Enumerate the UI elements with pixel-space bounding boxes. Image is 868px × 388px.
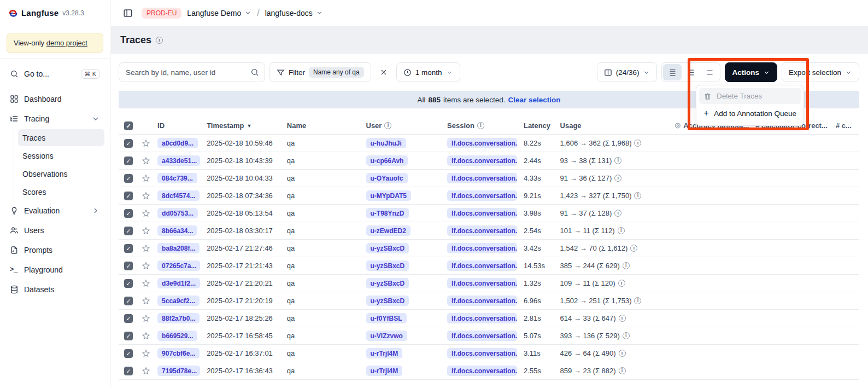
row-checkbox[interactable]: ✓ [124, 297, 133, 305]
row-checkbox[interactable]: ✓ [124, 332, 133, 340]
search-icon[interactable] [250, 68, 259, 77]
star-icon[interactable] [142, 279, 150, 288]
row-checkbox[interactable]: ✓ [124, 314, 133, 323]
user-id-badge[interactable]: u-VIZzvwo [366, 331, 407, 341]
user-id-badge[interactable]: u-MYpDAT5 [366, 190, 411, 201]
trace-id-badge[interactable]: 5cca9cf2... [157, 296, 200, 306]
header-session[interactable]: Sessioni [444, 121, 520, 130]
star-icon[interactable] [142, 192, 150, 200]
clear-selection-link[interactable]: Clear selection [508, 96, 560, 104]
star-icon[interactable] [142, 262, 150, 270]
star-icon[interactable] [142, 297, 150, 305]
header-timestamp[interactable]: Timestamp▼ [203, 121, 284, 130]
user-id-badge[interactable]: u-zEwdED2 [366, 225, 410, 236]
header-id[interactable]: ID [154, 121, 203, 130]
user-id-badge[interactable]: u-rTrjl4M [366, 348, 403, 358]
trace-id-badge[interactable]: 084c739... [157, 173, 197, 183]
star-icon[interactable] [142, 139, 150, 148]
session-id-badge[interactable]: lf.docs.conversation... [447, 366, 517, 376]
row-checkbox[interactable]: ✓ [124, 227, 133, 235]
sidebar-item-evaluation[interactable]: Evaluation [5, 201, 104, 220]
session-id-badge[interactable]: lf.docs.conversation... [447, 208, 517, 218]
sidebar-item-prompts[interactable]: Prompts [5, 241, 104, 259]
star-icon[interactable] [142, 227, 150, 235]
session-id-badge[interactable]: lf.docs.conversation... [447, 173, 517, 183]
sidebar-item-scores[interactable]: Scores [18, 183, 104, 200]
session-id-badge[interactable]: lf.docs.conversation... [447, 278, 517, 288]
row-checkbox[interactable]: ✓ [124, 139, 133, 148]
trace-id-badge[interactable]: 8dcf4574... [157, 190, 200, 201]
trace-id-badge[interactable]: 7195d78e... [157, 366, 200, 376]
columns-selector-button[interactable]: (24/36) [597, 62, 658, 82]
user-id-badge[interactable]: u-OYauofc [366, 173, 408, 183]
header-user[interactable]: Useri [363, 121, 444, 130]
row-checkbox[interactable]: ✓ [124, 349, 133, 358]
trace-id-badge[interactable]: ba8a208f... [157, 243, 200, 253]
star-icon[interactable] [142, 349, 150, 358]
user-id-badge[interactable]: u-yzSBxcD [366, 278, 409, 288]
row-checkbox[interactable]: ✓ [124, 244, 133, 253]
session-id-badge[interactable]: lf.docs.conversation... [447, 331, 517, 341]
user-id-badge[interactable]: u-huJhuJi [366, 138, 406, 148]
project-selector[interactable]: langfuse-docs [265, 9, 323, 18]
user-id-badge[interactable]: u-cp66Avh [366, 155, 408, 166]
select-all-checkbox[interactable]: ✓ [124, 121, 133, 130]
sidebar-item-tracing[interactable]: Tracing [5, 109, 104, 128]
user-id-badge[interactable]: u-yzSBxcD [366, 243, 409, 253]
org-selector[interactable]: Langfuse Demo [187, 9, 251, 18]
row-checkbox[interactable]: ✓ [124, 157, 133, 165]
header-usage[interactable]: Usage [557, 121, 671, 130]
filter-button[interactable]: Filter Name any of qa [269, 62, 371, 82]
session-id-badge[interactable]: lf.docs.conversation... [447, 225, 517, 236]
sidebar-item-dashboard[interactable]: Dashboard [5, 90, 104, 108]
star-icon[interactable] [142, 157, 150, 165]
sidebar-item-traces[interactable]: Traces [18, 129, 104, 146]
session-id-badge[interactable]: lf.docs.conversation... [447, 190, 517, 201]
user-id-badge[interactable]: u-rTrjl4M [366, 366, 403, 376]
trace-id-badge[interactable]: 8b66a34... [157, 225, 197, 236]
star-icon[interactable] [142, 209, 150, 218]
row-checkbox[interactable]: ✓ [124, 192, 133, 200]
row-checkbox[interactable]: ✓ [124, 279, 133, 288]
menu-item-add-to-annotation-queue[interactable]: + Add to Annotation Queue [699, 104, 801, 123]
search-input[interactable] [126, 68, 246, 77]
row-checkbox[interactable]: ✓ [124, 174, 133, 183]
trace-id-badge[interactable]: d3e9d1f2... [157, 278, 200, 288]
session-id-badge[interactable]: lf.docs.conversation... [447, 296, 517, 306]
sidebar-item-sessions[interactable]: Sessions [18, 147, 104, 164]
sidebar-toggle-button[interactable] [120, 3, 136, 23]
export-selection-button[interactable]: Export selection [782, 62, 859, 82]
session-id-badge[interactable]: lf.docs.conversation... [447, 243, 517, 253]
user-id-badge[interactable]: u-T98YnzD [366, 208, 409, 218]
row-checkbox[interactable]: ✓ [124, 262, 133, 270]
goto-search[interactable]: Go to... ⌘ K [5, 65, 104, 83]
sidebar-item-datasets[interactable]: Datasets [5, 280, 104, 299]
row-height-medium-button[interactable] [682, 64, 700, 80]
user-id-badge[interactable]: u-yzSBxcD [366, 260, 409, 271]
trace-id-badge[interactable]: a0cd0d9... [157, 138, 198, 148]
trace-id-badge[interactable]: b669529... [157, 331, 197, 341]
row-height-tall-button[interactable] [700, 64, 719, 80]
header-latency[interactable]: Latency [520, 121, 557, 130]
star-icon[interactable] [142, 244, 150, 253]
sidebar-item-observations[interactable]: Observations [18, 165, 104, 182]
row-checkbox[interactable]: ✓ [124, 367, 133, 375]
trace-id-badge[interactable]: 907cbf6e... [157, 348, 200, 358]
trace-id-badge[interactable]: 88f2a7b0... [157, 313, 200, 323]
time-range-selector[interactable]: 1 month [396, 62, 460, 82]
user-id-badge[interactable]: u-f0YfBSL [366, 313, 407, 323]
session-id-badge[interactable]: lf.docs.conversation... [447, 348, 517, 358]
user-id-badge[interactable]: u-yzSBxcD [366, 296, 409, 306]
trace-id-badge[interactable]: a433de51... [157, 155, 200, 166]
row-height-compact-button[interactable] [663, 64, 682, 80]
star-icon[interactable] [142, 332, 150, 340]
clear-filter-button[interactable] [376, 62, 392, 82]
session-id-badge[interactable]: lf.docs.conversation... [447, 260, 517, 271]
trace-id-badge[interactable]: 07265c7a... [157, 260, 200, 271]
trace-id-badge[interactable]: dd05753... [157, 208, 198, 218]
header-score-cut[interactable]: # c... [832, 121, 859, 130]
session-id-badge[interactable]: lf.docs.conversation... [447, 138, 517, 148]
star-icon[interactable] [142, 314, 150, 323]
session-id-badge[interactable]: lf.docs.conversation... [447, 313, 517, 323]
star-icon[interactable] [142, 174, 150, 183]
